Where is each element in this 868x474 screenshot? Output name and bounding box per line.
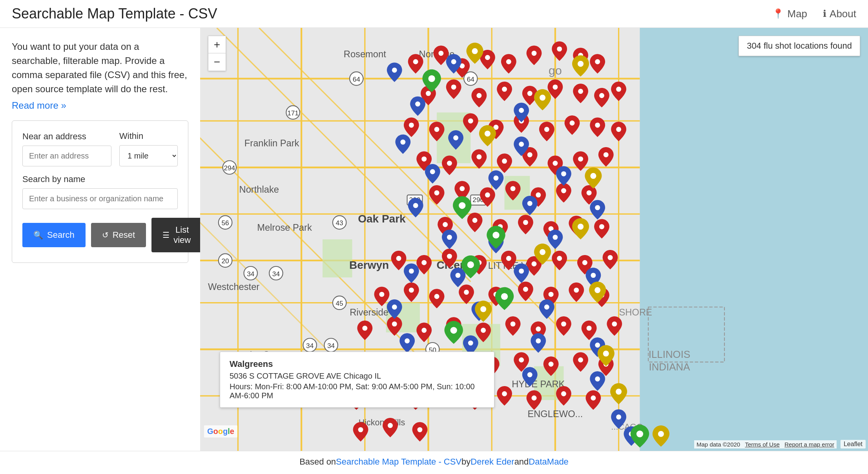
google-logo: Google <box>204 425 237 438</box>
reset-icon: ↺ <box>102 230 109 240</box>
svg-point-156 <box>587 326 592 331</box>
svg-point-189 <box>494 175 499 180</box>
svg-point-121 <box>561 188 566 193</box>
svg-text:64: 64 <box>353 75 361 83</box>
svg-point-181 <box>392 67 397 73</box>
svg-point-182 <box>451 59 456 64</box>
svg-point-229 <box>594 287 600 293</box>
svg-point-180 <box>417 427 422 432</box>
svg-text:ENGLEWO...: ENGLEWO... <box>527 409 583 419</box>
svg-point-85 <box>506 59 511 64</box>
svg-text:HYDE PARK: HYDE PARK <box>512 379 565 389</box>
svg-text:34: 34 <box>306 342 314 350</box>
svg-point-92 <box>476 93 481 98</box>
svg-point-150 <box>421 328 427 333</box>
list-icon: ☰ <box>162 230 170 240</box>
report-map-error[interactable]: Report a map error <box>784 441 834 448</box>
svg-point-207 <box>595 343 600 348</box>
within-select[interactable]: 1 mile 2 miles 5 miles 10 miles 25 miles <box>119 145 178 166</box>
address-label: Near an address <box>22 131 111 142</box>
svg-point-178 <box>358 427 363 432</box>
svg-point-145 <box>549 292 554 297</box>
svg-point-176 <box>591 396 596 401</box>
svg-point-164 <box>519 357 524 363</box>
svg-point-98 <box>616 87 621 92</box>
address-field-group: Near an address Within 1 mile 2 miles 5 … <box>22 131 178 166</box>
svg-text:294: 294 <box>224 164 235 172</box>
svg-point-117 <box>460 186 465 191</box>
svg-point-82 <box>438 51 443 56</box>
zoom-controls: + − <box>208 36 226 71</box>
nav-map[interactable]: 📍 Map <box>772 8 807 20</box>
svg-point-105 <box>570 120 575 126</box>
svg-point-89 <box>595 59 600 64</box>
svg-point-173 <box>502 391 507 396</box>
svg-point-217 <box>467 261 474 268</box>
footer-link-derek[interactable]: Derek Eder <box>470 457 514 467</box>
reset-button[interactable]: ↺ Reset <box>91 223 146 247</box>
svg-point-109 <box>447 160 452 166</box>
svg-point-192 <box>527 201 532 206</box>
svg-point-194 <box>447 235 452 240</box>
svg-text:go: go <box>549 64 562 77</box>
svg-point-155 <box>561 321 566 326</box>
svg-text:43: 43 <box>336 219 343 227</box>
svg-point-231 <box>603 351 609 357</box>
svg-point-225 <box>485 131 491 137</box>
svg-text:SHORE: SHORE <box>619 307 652 317</box>
read-more-link[interactable]: Read more » <box>12 100 66 111</box>
address-input[interactable] <box>22 146 111 166</box>
svg-point-124 <box>472 218 478 223</box>
name-label: Search by name <box>22 174 178 184</box>
zoom-out-button[interactable]: − <box>208 53 226 71</box>
button-row: 🔍 Search ↺ Reset ☰ List view <box>22 218 178 252</box>
within-label: Within <box>119 131 178 141</box>
footer: Based on Searchable Map Template - CSV b… <box>0 451 868 472</box>
svg-point-130 <box>396 256 401 261</box>
svg-point-148 <box>362 326 367 331</box>
svg-point-94 <box>527 91 532 96</box>
terms-of-use[interactable]: Terms of Use <box>745 441 779 448</box>
svg-point-188 <box>430 169 435 174</box>
search-panel: Near an address Within 1 mile 2 miles 5 … <box>12 120 188 263</box>
search-button[interactable]: 🔍 Search <box>22 223 86 247</box>
svg-point-135 <box>532 261 537 266</box>
svg-point-157 <box>612 321 617 326</box>
footer-link-template[interactable]: Searchable Map Template - CSV <box>336 457 461 467</box>
svg-point-223 <box>578 61 584 67</box>
svg-point-139 <box>379 292 384 297</box>
svg-point-93 <box>502 87 507 92</box>
svg-point-198 <box>455 273 460 278</box>
map-pin-icon: 📍 <box>772 8 784 19</box>
footer-prefix: Based on <box>299 457 336 467</box>
svg-point-185 <box>400 140 405 145</box>
footer-and: and <box>514 457 529 467</box>
svg-point-144 <box>523 287 528 292</box>
nav-about[interactable]: ℹ About <box>823 8 856 20</box>
svg-point-149 <box>392 321 397 326</box>
svg-point-201 <box>392 304 397 310</box>
svg-point-205 <box>468 341 473 346</box>
svg-point-116 <box>434 190 439 195</box>
svg-point-111 <box>502 159 507 164</box>
nav-about-label: About <box>830 8 856 20</box>
zoom-in-button[interactable]: + <box>208 36 226 53</box>
svg-point-96 <box>578 89 583 94</box>
svg-point-206 <box>536 338 541 343</box>
svg-point-104 <box>544 127 549 132</box>
svg-point-126 <box>523 220 528 225</box>
svg-point-122 <box>587 190 592 195</box>
svg-text:ILLINOIS: ILLINOIS <box>649 349 690 360</box>
map-container[interactable]: 304 flu shot locations found + − <box>200 28 868 451</box>
name-input[interactable] <box>22 188 178 209</box>
leaflet-attribution: Leaflet <box>841 440 866 448</box>
footer-link-datamade[interactable]: DataMade <box>529 457 569 467</box>
svg-point-214 <box>429 75 435 82</box>
search-button-label: Search <box>47 230 75 240</box>
svg-point-142 <box>464 290 469 295</box>
svg-point-227 <box>578 224 584 230</box>
list-view-button[interactable]: ☰ List view <box>151 218 202 252</box>
svg-point-120 <box>536 192 541 197</box>
main-layout: You want to put your data on a searchabl… <box>0 28 868 451</box>
svg-point-87 <box>557 46 562 51</box>
